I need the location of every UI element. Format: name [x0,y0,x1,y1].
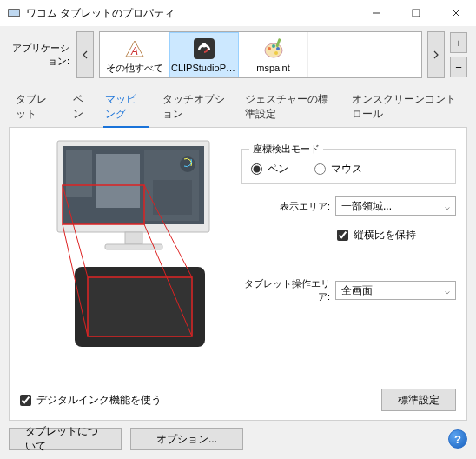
options-button[interactable]: オプション... [130,428,243,450]
tab-mapping[interactable]: マッピング [103,89,149,127]
display-area-row: 表示エリア: 一部領域... ⌵ [241,196,456,216]
svg-rect-21 [153,180,192,215]
digital-ink-check[interactable]: デジタルインク機能を使う [20,393,162,408]
svg-point-8 [202,43,207,48]
keep-aspect-input[interactable] [337,230,348,241]
window-body: アプリケーション: A その他すべて CLIPStudioPai... [0,26,476,459]
tabs: タブレット ペン マッピング タッチオプション ジェスチャーの標準設定 オンスク… [9,83,467,128]
tab-tablet[interactable]: タブレット [14,89,59,127]
app-icon [7,6,21,20]
mapping-diagram [20,136,233,378]
tab-gesture[interactable]: ジェスチャーの標準設定 [243,89,339,127]
mapping-area: 座標検出モード ペン マウス [20,136,456,378]
app-item-all-others[interactable]: A その他すべて [100,32,169,77]
tablet-area-combo[interactable]: 全画面 ⌵ [335,281,456,300]
svg-rect-7 [194,38,215,59]
svg-rect-3 [413,10,420,17]
app-item-label: CLIPStudioPai... [171,63,237,73]
app-item-label: その他すべて [106,62,163,75]
diagram-svg [23,136,231,354]
mode-group-title: 座標検出モード [249,143,323,156]
mode-group: 座標検出モード ペン マウス [241,149,456,184]
svg-rect-26 [88,277,192,336]
help-button[interactable]: ? [448,429,467,449]
mode-mouse-input[interactable] [314,163,326,175]
app-add-button[interactable]: + [450,32,467,53]
svg-point-13 [274,51,278,55]
chevron-right-icon [433,50,440,59]
chevron-down-icon: ⌵ [445,286,450,296]
digital-ink-input[interactable] [20,395,31,406]
tab-pen[interactable]: ペン [71,89,91,127]
mapping-controls: 座標検出モード ペン マウス [241,136,456,378]
display-area-value: 一部領域... [341,199,392,214]
svg-text:A: A [129,45,137,57]
display-area-label: 表示エリア: [241,200,330,213]
app-next-button[interactable] [427,31,445,78]
all-others-icon: A [122,36,147,60]
application-label: アプリケーション: [9,42,71,68]
panel-footer: デジタルインク機能を使う 標準設定 [20,383,456,411]
display-area-combo[interactable]: 一部領域... ⌵ [335,196,456,216]
close-button[interactable] [436,0,476,26]
tablet-area-label: タブレット操作エリア: [241,277,330,303]
tablet-area-value: 全画面 [341,283,373,298]
svg-rect-17 [66,150,92,197]
tab-onscreen[interactable]: オンスクリーンコントロール [350,89,462,127]
chevron-left-icon [82,50,89,59]
keep-aspect-label: 縦横比を保持 [354,228,416,243]
digital-ink-label: デジタルインク機能を使う [36,393,162,408]
app-item-mspaint[interactable]: mspaint [239,32,308,77]
svg-point-12 [276,47,280,50]
application-row: アプリケーション: A その他すべて CLIPStudioPai... [9,31,467,78]
maximize-button[interactable] [396,0,436,26]
svg-point-10 [268,47,271,50]
tablet-area-row: タブレット操作エリア: 全画面 ⌵ [241,277,456,303]
titlebar: ワコム タブレットのプロパティ [0,0,476,26]
svg-rect-1 [9,10,19,16]
wacom-properties-window: ワコム タブレットのプロパティ アプリケーション: A その他すべて [0,0,476,459]
svg-point-11 [272,44,275,48]
app-item-label: mspaint [256,63,290,73]
application-list: A その他すべて CLIPStudioPai... mspaint [99,31,422,78]
svg-rect-23 [125,232,142,244]
mode-mouse-label: マウス [331,162,362,176]
app-remove-button[interactable]: − [450,57,467,77]
defaults-button[interactable]: 標準設定 [381,389,456,411]
minimize-button[interactable] [356,0,396,26]
chevron-down-icon: ⌵ [445,202,450,211]
mode-mouse-radio[interactable]: マウス [314,162,362,176]
tab-touch[interactable]: タッチオプション [161,89,231,127]
window-footer: タブレットについて オプション... ? [9,428,467,450]
app-prev-button[interactable] [76,31,94,78]
app-item-clipstudio[interactable]: CLIPStudioPai... [169,32,239,77]
window-buttons [356,0,476,26]
window-title: ワコム タブレットのプロパティ [26,6,356,21]
mode-pen-radio[interactable]: ペン [251,162,288,176]
about-tablet-button[interactable]: タブレットについて [9,428,122,450]
mspaint-icon [261,37,286,61]
clipstudio-icon [192,37,216,61]
keep-aspect-check[interactable]: 縦横比を保持 [337,228,456,243]
mode-pen-input[interactable] [251,163,262,175]
svg-rect-18 [96,154,140,208]
app-add-remove: + − [450,32,467,77]
mapping-panel: 座標検出モード ペン マウス [9,128,467,421]
mode-pen-label: ペン [268,162,288,176]
